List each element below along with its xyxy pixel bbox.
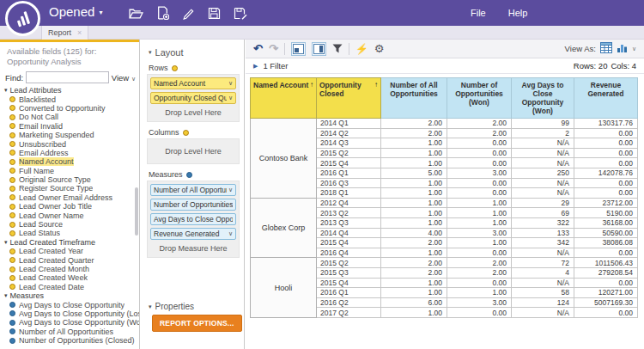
- opened-menu[interactable]: Opened ▾: [49, 4, 102, 19]
- layout-pill[interactable]: Revenue Generated∨: [150, 228, 236, 240]
- field-item[interactable]: Lead Status: [0, 229, 139, 237]
- columns-well: Drop Level Here: [147, 138, 240, 164]
- layout-pill[interactable]: Avg Days to Close Opportunity (Won): [150, 213, 236, 225]
- value-cell: 3.00: [447, 228, 512, 238]
- filter-funnel-icon[interactable]: [332, 41, 343, 57]
- period-cell[interactable]: 2016 Q3: [317, 178, 381, 188]
- field-item[interactable]: Avg Days to Close Opportunity: [0, 300, 139, 309]
- gear-icon[interactable]: ⚙: [374, 43, 385, 54]
- period-cell[interactable]: 2015 Q2: [317, 258, 381, 268]
- save-as-icon[interactable]: [234, 7, 247, 20]
- account-cell[interactable]: Globex Corp: [251, 198, 317, 258]
- period-cell[interactable]: 2014 Q2: [317, 128, 381, 138]
- filter-count-label[interactable]: 1 Filter: [263, 61, 288, 70]
- drop-level-target[interactable]: Drop Level Here: [150, 107, 236, 119]
- field-item[interactable]: Avg Days to Close Opportunity (Won): [0, 318, 139, 327]
- field-item[interactable]: Lead Owner Name: [0, 211, 139, 219]
- close-tab-icon[interactable]: ×: [77, 28, 82, 37]
- field-item[interactable]: Do Not Call: [0, 113, 139, 121]
- collapse-arrow-icon: ▾: [4, 291, 8, 300]
- field-item[interactable]: Original Source Type: [0, 175, 139, 184]
- field-item[interactable]: Lead Created Quarter: [0, 255, 139, 264]
- period-cell[interactable]: 2014 Q1: [317, 119, 381, 129]
- table-view-icon[interactable]: [600, 42, 612, 55]
- field-group-toggle[interactable]: ▾Measures: [0, 291, 139, 300]
- period-cell[interactable]: 2013 Q2: [317, 208, 381, 218]
- drop-level-target[interactable]: Drop Level Here: [150, 142, 236, 161]
- period-cell[interactable]: 2015 Q4: [317, 238, 381, 248]
- field-item[interactable]: Number of All Opportunities: [0, 328, 139, 336]
- field-item[interactable]: Lead Created Week: [0, 273, 139, 282]
- tab-report[interactable]: Report ×: [41, 26, 88, 40]
- layout-pill[interactable]: Number of All Opportunities∨: [150, 184, 236, 196]
- dimension-dot-icon: [9, 186, 15, 192]
- period-cell[interactable]: 2013 Q3: [317, 217, 381, 228]
- lightning-icon[interactable]: ⚡: [355, 44, 368, 54]
- period-cell[interactable]: 2016 Q2: [317, 297, 381, 308]
- toggle-layout-panel-button[interactable]: [312, 42, 326, 56]
- field-group-toggle[interactable]: ▾Lead Created Timeframe: [0, 238, 139, 247]
- field-item[interactable]: Number of Opportunities (Closed): [0, 336, 139, 345]
- field-item[interactable]: Unsubscribed: [0, 139, 139, 148]
- chevron-down-icon[interactable]: ∨: [632, 46, 636, 52]
- value-cell: 1.00: [381, 188, 447, 199]
- report-options-button[interactable]: REPORT OPTIONS...: [152, 315, 242, 332]
- period-cell[interactable]: 2012 Q4: [317, 198, 381, 208]
- column-header[interactable]: Number of Opportunities (Won): [447, 78, 512, 119]
- period-cell[interactable]: 2015 Q3: [317, 267, 381, 278]
- layout-pill[interactable]: Named Account∨: [150, 77, 236, 89]
- account-cell[interactable]: Hooli: [251, 258, 317, 318]
- field-item[interactable]: Full Name: [0, 167, 139, 175]
- field-item[interactable]: Lead Owner Job Title: [0, 202, 139, 211]
- undo-icon[interactable]: ↶: [253, 43, 263, 54]
- layout-pill[interactable]: Number of Opportunities (Won): [150, 199, 236, 211]
- field-item[interactable]: Lead Created Year: [0, 247, 139, 255]
- field-item[interactable]: Lead Created Month: [0, 265, 139, 273]
- properties-section-toggle[interactable]: ▾ Properties: [149, 302, 194, 311]
- field-item[interactable]: Lead Created Date: [0, 283, 139, 291]
- column-header[interactable]: Avg Days to Close Opportunity (Won): [512, 78, 574, 119]
- layout-section-toggle[interactable]: ▾ Layout: [149, 47, 244, 58]
- column-header[interactable]: Named Account↑: [251, 78, 317, 119]
- toggle-field-panel-button[interactable]: [291, 42, 306, 56]
- period-cell[interactable]: 2015 Q2: [317, 148, 381, 158]
- field-item[interactable]: Named Account: [0, 157, 139, 166]
- period-cell[interactable]: 2018 Q1: [317, 188, 381, 199]
- help-menu[interactable]: Help: [508, 8, 528, 18]
- sidebar-scrollbar[interactable]: [135, 187, 138, 236]
- field-group-toggle[interactable]: ▾Lead Attributes: [0, 86, 139, 95]
- period-cell[interactable]: 2017 Q2: [317, 308, 381, 318]
- field-item[interactable]: Lead Owner Email Address: [0, 193, 139, 202]
- column-header[interactable]: Number of All Opportunities: [381, 78, 447, 119]
- account-cell[interactable]: Contoso Bank: [251, 119, 317, 199]
- field-item[interactable]: Avg Days to Close Opportunity (Lost): [0, 309, 139, 318]
- column-header[interactable]: Opportunity Closed↑: [317, 78, 381, 119]
- period-cell[interactable]: 2015 Q4: [317, 278, 381, 288]
- new-report-icon[interactable]: [156, 6, 169, 20]
- period-cell[interactable]: 2014 Q4: [317, 228, 381, 238]
- period-cell[interactable]: 2016 Q4: [317, 248, 381, 258]
- file-menu[interactable]: File: [471, 8, 486, 18]
- period-cell[interactable]: 2016 Q1: [317, 288, 381, 298]
- period-cell[interactable]: 2015 Q4: [317, 158, 381, 168]
- field-item[interactable]: Converted to Opportunity: [0, 104, 139, 113]
- field-item[interactable]: Lead Source: [0, 220, 139, 229]
- field-item[interactable]: Email Invalid: [0, 122, 139, 131]
- save-icon[interactable]: [208, 7, 221, 20]
- layout-pill[interactable]: Opportunity Closed Quarter∨: [150, 92, 236, 104]
- open-folder-icon[interactable]: [129, 7, 143, 20]
- field-item[interactable]: Blacklisted: [0, 95, 139, 103]
- view-dropdown[interactable]: View ∨: [112, 73, 136, 83]
- period-cell[interactable]: 2016 Q1: [317, 168, 381, 178]
- field-item[interactable]: Register Source Type: [0, 184, 139, 193]
- field-item[interactable]: Email Address: [0, 149, 139, 157]
- drop-measure-target[interactable]: Drop Measure Here: [150, 242, 236, 254]
- expand-arrow-icon[interactable]: ▶: [253, 63, 258, 70]
- field-item[interactable]: Marketing Suspended: [0, 131, 139, 139]
- chart-view-icon[interactable]: [617, 42, 628, 55]
- redo-icon[interactable]: ↷: [269, 43, 278, 54]
- find-input[interactable]: [26, 71, 109, 83]
- period-cell[interactable]: 2014 Q3: [317, 138, 381, 149]
- column-header[interactable]: Revenue Generated: [574, 78, 638, 119]
- edit-pencil-icon[interactable]: [182, 7, 195, 20]
